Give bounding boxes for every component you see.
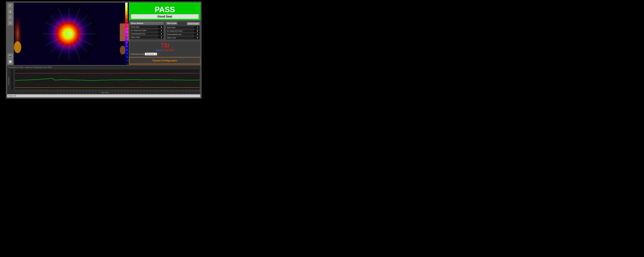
noslowpower-cycle-label: No Seal/Low Power bbox=[166, 30, 194, 32]
good-seal-cycle-label: Good Seal bbox=[166, 26, 194, 29]
zoom-btn[interactable]: 🔍 bbox=[8, 4, 13, 9]
toolbar: 🔍 ✋ ✛ ⊞ 📷 📊 bbox=[7, 3, 13, 65]
stat-row-good-seal-startup: Good Seal 6 bbox=[130, 25, 164, 29]
noslowpower-startup-value: 3 bbox=[158, 29, 164, 32]
noslowpower-cycle-value: 0 bbox=[194, 29, 200, 33]
this-cycle-title-row: This Cycle Reset Counts bbox=[166, 22, 200, 25]
stat-row-noslowpower-cycle: No Seal/Low Power 0 bbox=[166, 29, 200, 33]
scale-labels: 93 92 91 90 89 88 87 86 85 84 83 82 81 8… bbox=[126, 3, 128, 65]
overheated-startup-value: 3 bbox=[158, 32, 164, 35]
good-seal-cycle-value: 1 bbox=[194, 26, 200, 29]
otherfault-startup-value: 2 bbox=[158, 36, 164, 39]
reset-counts-button[interactable]: Reset Counts bbox=[187, 22, 200, 25]
this-cycle-panel: This Cycle Reset Counts Good Seal 1 No S… bbox=[165, 21, 200, 40]
top-section: 🔍 ✋ ✛ ⊞ 📷 📊 bbox=[7, 3, 200, 65]
otherfault-cycle-label: Other Fault bbox=[166, 37, 194, 39]
chart-section: Temperature Profile - Maximum Temperatur… bbox=[7, 66, 200, 94]
chart-title: Temperature Profile - Maximum Temperatur… bbox=[8, 66, 200, 68]
since-startup-title: Since Startup bbox=[130, 22, 164, 25]
this-cycle-title: This Cycle bbox=[166, 22, 177, 25]
chart-area: 95 94 93 92 91 90 89 88 87 86 85 bbox=[10, 69, 200, 90]
stat-row-overheated-cycle: Overheated/Loose 0 bbox=[166, 33, 200, 36]
noslowpower-startup-label: No Seal/Low Power bbox=[130, 29, 158, 32]
stat-row-good-seal-cycle: Good Seal 1 bbox=[166, 26, 200, 29]
tsi-logo: TSI bbox=[160, 43, 169, 48]
stats-row: Since Startup Good Seal 6 No Seal/Low Po… bbox=[129, 21, 200, 40]
thermal-view: 93 92 91 90 89 88 87 86 85 84 83 82 81 8… bbox=[14, 3, 128, 65]
stat-row-noslowpower-startup: No Seal/Low Power 3 bbox=[130, 29, 164, 32]
status-box: PASS Good Seal bbox=[129, 3, 200, 20]
overheated-cycle-label: Overheated/Loose bbox=[166, 33, 194, 36]
status-text: Status OK bbox=[8, 95, 16, 97]
otherfault-cycle-value: 0 bbox=[194, 36, 200, 39]
export-btn[interactable]: 📊 bbox=[8, 59, 13, 64]
stat-row-otherfault-cycle: Other Fault 0 bbox=[166, 36, 200, 39]
status-bar: Status OK bbox=[7, 94, 200, 97]
chart-x-label: Rake Index bbox=[10, 92, 200, 93]
svg-point-24 bbox=[14, 41, 21, 53]
hand-btn[interactable]: ✋ bbox=[8, 9, 13, 14]
temperature-scale-select[interactable]: Fahrenheit Celsius bbox=[145, 53, 157, 55]
status-pass-label: PASS bbox=[131, 6, 198, 13]
overheated-startup-label: Overheated/Loose bbox=[130, 33, 158, 35]
right-panel: PASS Good Seal Since Startup Good Seal 6… bbox=[129, 3, 200, 65]
temp-scale-row: Temperature Scale Fahrenheit Celsius ▼ bbox=[130, 53, 199, 55]
thermal-image-svg bbox=[14, 3, 128, 65]
y-axis-label: Temperature bbox=[8, 69, 10, 93]
measure-btn[interactable]: ⊞ bbox=[8, 20, 13, 25]
status-description: Good Seal bbox=[131, 14, 198, 19]
chart-x-axis: 0123456789 10111213141516171819 20212223… bbox=[10, 90, 200, 91]
otherfault-startup-label: Other Fault bbox=[130, 36, 158, 39]
system-config-button[interactable]: System Configuration bbox=[129, 58, 200, 64]
logo-area: TSI moviTHERM Temperature Scale Fahrenhe… bbox=[129, 41, 200, 57]
overheated-cycle-value: 0 bbox=[194, 33, 200, 36]
stat-row-otherfault-startup: Other Fault 2 bbox=[130, 36, 164, 39]
good-seal-startup-label: Good Seal bbox=[130, 26, 158, 28]
dropdown-icon: ▼ bbox=[158, 53, 160, 55]
stat-row-overheated-startup: Overheated/Loose 3 bbox=[130, 32, 164, 35]
movitherm-logo: moviTHERM bbox=[130, 48, 199, 52]
temp-scale-label: Temperature Scale bbox=[130, 53, 144, 55]
since-startup-panel: Since Startup Good Seal 6 No Seal/Low Po… bbox=[129, 21, 164, 40]
scale-max: 93 bbox=[126, 3, 128, 4]
good-seal-startup-value: 6 bbox=[158, 25, 164, 29]
chart-svg bbox=[15, 69, 200, 90]
chart-y-axis: 95 94 93 92 91 90 89 88 87 86 85 bbox=[11, 69, 15, 90]
svg-rect-26 bbox=[15, 69, 200, 90]
color-scale: 93 92 91 90 89 88 87 86 85 84 83 82 81 8… bbox=[124, 3, 128, 65]
bottom-section: Temperature Profile - Maximum Temperatur… bbox=[7, 66, 200, 97]
main-container: 🔍 ✋ ✛ ⊞ 📷 📊 bbox=[6, 2, 202, 99]
crosshair-btn[interactable]: ✛ bbox=[8, 15, 13, 20]
camera-snapshot-btn[interactable]: 📷 bbox=[8, 54, 13, 59]
